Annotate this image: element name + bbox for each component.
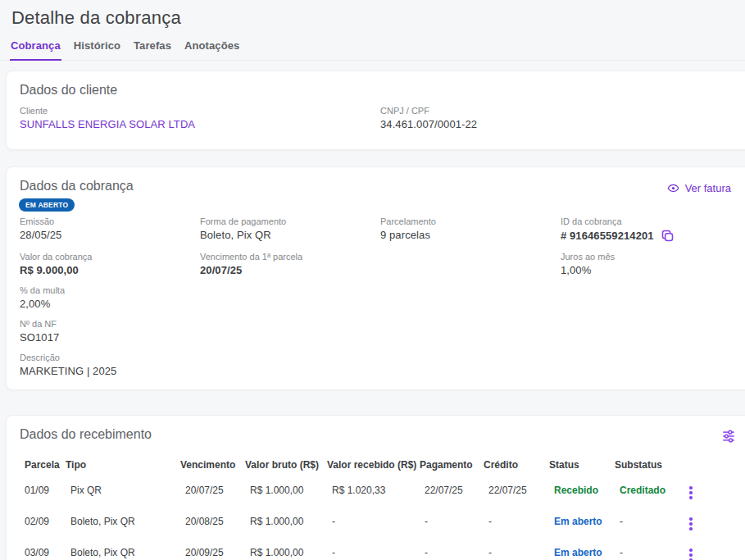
tab-bar: Cobrança Histórico Tarefas Anotações [0, 39, 745, 61]
charge-card: Dados da cobrança Ver fatura EM ABERTO E… [6, 166, 745, 390]
col-actions [687, 452, 741, 475]
tab-anotacoes[interactable]: Anotações [184, 39, 240, 60]
field-multa: % da multa 2,00% [20, 285, 200, 310]
field-label: Cliente [20, 106, 380, 116]
tab-tarefas[interactable]: Tarefas [133, 39, 172, 60]
page-title: Detalhe da cobrança [0, 0, 745, 29]
row-menu-icon[interactable] [687, 485, 695, 501]
receipt-table: Parcela Tipo Vencimento Valor bruto (R$)… [20, 452, 741, 560]
table-row: 02/09 Boleto, Pix QR 20/08/25 R$ 1.000,0… [20, 506, 741, 537]
status-cell: Recebido [549, 475, 615, 506]
status-cell: Em aberto [549, 537, 615, 560]
row-menu-icon[interactable] [687, 547, 695, 560]
eye-icon [667, 182, 679, 194]
field-label: CNPJ / CPF [380, 106, 741, 116]
tab-cobranca[interactable]: Cobrança [10, 39, 61, 61]
field-vencimento-primeira: Vencimento da 1ª parcela 20/07/25 [200, 252, 380, 276]
filter-icon[interactable] [721, 429, 736, 444]
col-parcela: Parcela [20, 452, 66, 475]
col-substatus: Substatus [615, 452, 687, 475]
field-value: 34.461.007/0001-22 [380, 118, 741, 130]
col-valor-bruto: Valor bruto (R$) [245, 452, 327, 475]
substatus-cell: - [615, 537, 687, 560]
field-descricao: Descrição MARKETING | 2025 [20, 353, 200, 377]
substatus-cell: Creditado [615, 475, 687, 506]
copy-icon[interactable] [661, 229, 675, 243]
col-status: Status [549, 452, 615, 475]
client-link[interactable]: SUNFALLS ENERGIA SOLAR LTDA [20, 118, 380, 130]
table-row: 01/09 Pix QR 20/07/25 R$ 1.000,00 R$ 1.0… [20, 475, 741, 506]
col-tipo: Tipo [66, 452, 180, 475]
col-vencimento: Vencimento [180, 452, 245, 475]
field-parcelamento: Parcelamento 9 parcelas [380, 216, 561, 243]
tab-historico[interactable]: Histórico [73, 39, 121, 60]
status-cell: Em aberto [549, 506, 615, 537]
col-pagamento: Pagamento [420, 452, 484, 475]
col-credito: Crédito [484, 452, 549, 475]
field-id-cobranca: ID da cobrança # 91646559214201 [561, 216, 741, 243]
charge-card-title: Dados da cobrança [20, 179, 134, 193]
view-invoice-button[interactable]: Ver fatura [667, 182, 731, 194]
receipt-card: Dados do recebimento Parcela Tipo Vencim… [6, 415, 745, 560]
table-header-row: Parcela Tipo Vencimento Valor bruto (R$)… [20, 452, 741, 475]
field-juros: Juros ao mês 1,00% [561, 252, 741, 276]
table-row: 03/09 Boleto, Pix QR 20/09/25 R$ 1.000,0… [20, 537, 741, 560]
row-menu-icon[interactable] [687, 516, 695, 532]
view-invoice-label: Ver fatura [685, 182, 731, 194]
field-emissao: Emissão 28/05/25 [20, 216, 200, 243]
client-card-title: Dados do cliente [20, 83, 741, 98]
status-badge: EM ABERTO [19, 198, 75, 212]
field-cnpj: CNPJ / CPF 34.461.007/0001-22 [380, 106, 741, 130]
field-forma-pagamento: Forma de pagamento Boleto, Pix QR [200, 216, 380, 243]
client-card: Dados do cliente Cliente SUNFALLS ENERGI… [6, 71, 745, 150]
receipt-card-title: Dados do recebimento [20, 427, 152, 442]
field-valor-cobranca: Valor da cobrança R$ 9.000,00 [20, 252, 200, 276]
col-valor-recebido: Valor recebido (R$) [327, 452, 420, 475]
field-nf: Nº da NF SO1017 [20, 319, 200, 344]
field-cliente: Cliente SUNFALLS ENERGIA SOLAR LTDA [20, 106, 380, 130]
substatus-cell: - [615, 506, 687, 537]
